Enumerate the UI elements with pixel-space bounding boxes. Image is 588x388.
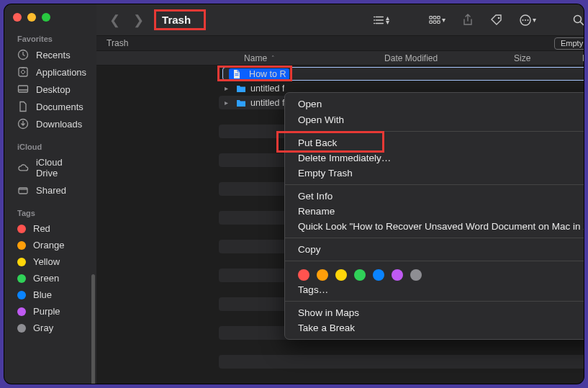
sidebar-tag-green[interactable]: Green [4,270,96,287]
main-content: ❮ ❯ Trash ▴▾ ▾ ▾ [96,4,584,384]
ctx-rename[interactable]: Rename [285,204,584,219]
action-button[interactable]: ▾ [515,14,540,27]
file-row-selected[interactable]: How to R [222,67,584,81]
tag-color-orange[interactable] [317,269,328,281]
tag-color-gray[interactable] [410,269,422,281]
ctx-open-with[interactable]: Open With❯ [285,112,584,127]
group-button[interactable]: ▾ [424,14,450,27]
svg-rect-7 [438,16,440,19]
list-row-empty [219,355,584,369]
empty-trash-button[interactable]: Empty [554,37,584,50]
sidebar-item-label: Yellow [33,256,60,267]
sidebar-item-label: Orange [33,240,64,251]
svg-rect-17 [235,73,239,74]
folder-icon [236,84,246,94]
minimize-window-button[interactable] [27,13,36,22]
sidebar-item-shared[interactable]: Shared [4,181,96,199]
disclosure-triangle-icon[interactable]: ▸ [225,99,232,107]
folder-icon [236,98,246,108]
search-button[interactable] [568,14,584,27]
ctx-take-a-break[interactable]: Take a Break [285,320,584,335]
sidebar-scrollbar[interactable] [91,44,95,376]
chevron-down-icon: ▾ [533,16,536,24]
ctx-delete-immediately[interactable]: Delete Immediately… [285,150,584,166]
sidebar-item-label: Shared [36,185,66,196]
nav-back-button[interactable]: ❮ [107,12,123,28]
context-menu: Open Open With❯ Put Back Delete Immediat… [284,92,584,340]
sidebar-item-label: Gray [33,322,53,333]
disclosure-triangle-icon[interactable]: ▸ [225,84,232,92]
view-list-button[interactable]: ▴▾ [368,14,394,27]
ctx-quick-look[interactable]: Quick Look "How to Recover Unsaved Word … [285,219,584,234]
ctx-copy[interactable]: Copy [285,242,584,257]
svg-point-15 [528,19,529,21]
svg-point-14 [525,19,526,21]
sidebar-tag-red[interactable]: Red [4,220,96,237]
tag-dot-icon [17,291,26,299]
column-size[interactable]: Size [514,53,582,63]
sidebar-item-label: Documents [36,101,83,112]
tag-dot-icon [17,241,26,250]
sidebar-item-label: iCloud Drive [36,157,86,179]
file-name: How to R [249,69,286,79]
menu-separator [285,184,584,185]
document-icon [232,69,242,79]
tag-dot-icon [17,258,26,266]
doc-icon [17,101,29,112]
sidebar-item-label: Blue [33,289,52,300]
sidebar-item-label: Green [33,273,59,284]
sidebar-tag-yellow[interactable]: Yellow [4,253,96,270]
sidebar-section-favorites: Favorites [4,32,96,46]
zoom-window-button[interactable] [42,13,50,22]
ctx-empty-trash[interactable]: Empty Trash [285,166,584,181]
shared-icon [17,184,29,196]
sidebar-item-desktop[interactable]: Desktop [4,81,96,98]
sidebar-item-documents[interactable]: Documents [4,98,96,115]
app-icon [17,66,29,78]
desktop-icon [17,84,29,95]
sort-caret-icon: ˄ [271,55,275,62]
sidebar: Favorites Recents Applications Desktop D… [4,4,96,384]
tag-color-green[interactable] [354,269,366,281]
sidebar-item-label: Red [33,223,50,234]
tag-color-red[interactable] [298,269,309,281]
title-highlight: Trash [154,9,206,30]
menu-separator [285,131,584,132]
ctx-get-info[interactable]: Get Info [285,189,584,204]
sidebar-tag-gray[interactable]: Gray [4,320,96,336]
nav-forward-button[interactable]: ❯ [130,12,147,28]
sidebar-section-icloud: iCloud [4,140,96,154]
file-name: untitled f [250,84,284,94]
sidebar-tag-orange[interactable]: Orange [4,237,96,253]
sidebar-item-label: Recents [36,50,71,60]
sidebar-item-applications[interactable]: Applications [4,63,96,81]
column-kind[interactable]: Kind [582,53,584,63]
tags-button[interactable] [486,14,507,27]
svg-rect-8 [430,21,433,24]
tag-color-yellow[interactable] [335,269,347,281]
sidebar-item-downloads[interactable]: Downloads [4,115,96,132]
ctx-show-in-maps[interactable]: Show in Maps [285,305,584,320]
close-window-button[interactable] [13,13,22,22]
column-date[interactable]: Date Modified [384,53,514,63]
ctx-open[interactable]: Open [285,96,584,112]
tag-dot-icon [17,274,26,283]
svg-point-13 [523,19,524,21]
menu-separator [285,301,584,302]
ctx-put-back[interactable]: Put Back [285,135,584,150]
tag-color-purple[interactable] [392,269,403,281]
list-row-empty [219,340,584,354]
path-bar: Trash Empty [96,35,584,51]
tag-color-blue[interactable] [373,269,384,281]
svg-rect-5 [430,16,433,19]
sidebar-item-label: Desktop [36,84,71,95]
ctx-tags[interactable]: Tags… [285,282,584,297]
svg-rect-2 [19,86,28,92]
sidebar-item-recents[interactable]: Recents [4,46,96,63]
svg-rect-9 [433,21,436,24]
share-button[interactable] [457,14,479,27]
column-name[interactable]: Name˄ [244,53,384,63]
sidebar-item-icloud-drive[interactable]: iCloud Drive [4,154,96,181]
sidebar-tag-blue[interactable]: Blue [4,287,96,303]
sidebar-tag-purple[interactable]: Purple [4,303,96,320]
